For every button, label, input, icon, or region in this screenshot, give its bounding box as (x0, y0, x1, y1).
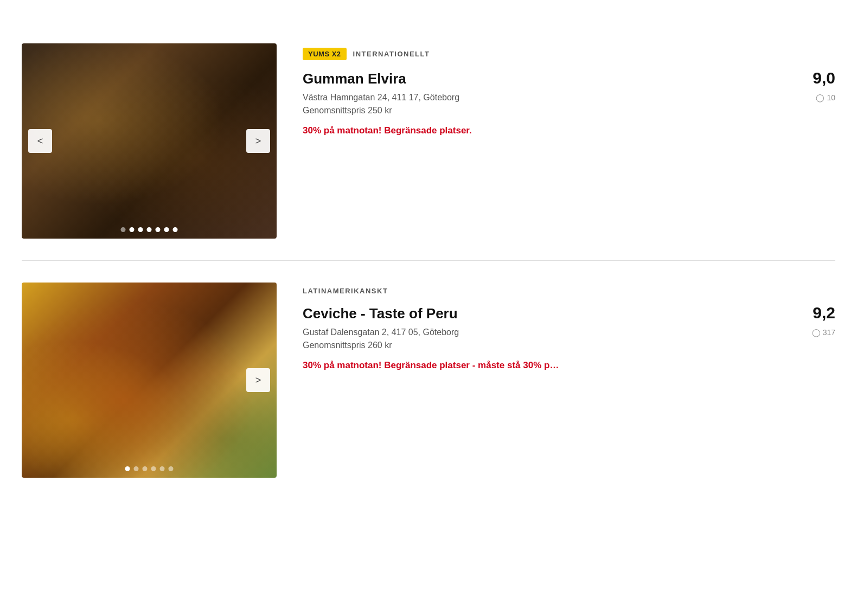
carousel-dots-ceviche-peru (125, 466, 174, 471)
rating-ceviche-peru: 9,2 (813, 304, 835, 322)
image-overlay-ceviche-peru (22, 283, 277, 478)
carousel-dot-gumman-elvira-1[interactable] (130, 227, 135, 232)
category-label-ceviche-peru: LATINAMERIKANSKT (303, 287, 388, 295)
restaurant-card-ceviche-peru: >LATINAMERIKANSKTCeviche - Taste of Peru… (22, 260, 835, 499)
promo-text-ceviche-peru: 30% på matnotan! Begränsade platser - må… (303, 360, 835, 371)
bubble-icon-gumman-elvira: ◯ (816, 93, 824, 102)
carousel-dot-gumman-elvira-0[interactable] (121, 227, 126, 232)
address-row-gumman-elvira: Västra Hamngatan 24, 411 17, Göteborg◯ 1… (303, 93, 835, 102)
carousel-dot-ceviche-peru-1[interactable] (134, 466, 139, 471)
info-area-gumman-elvira: YUMS X2INTERNATIONELLTGumman Elvira9,0Vä… (303, 43, 835, 136)
review-count-ceviche-peru: ◯ 317 (812, 328, 835, 337)
restaurant-card-gumman-elvira: <>YUMS X2INTERNATIONELLTGumman Elvira9,0… (22, 22, 835, 260)
review-count-gumman-elvira: ◯ 10 (816, 93, 835, 102)
carousel-dot-gumman-elvira-6[interactable] (173, 227, 178, 232)
carousel-next-ceviche-peru[interactable]: > (246, 368, 270, 392)
restaurant-image-gumman-elvira: <> (22, 43, 277, 239)
info-area-ceviche-peru: LATINAMERIKANSKTCeviche - Taste of Peru9… (303, 283, 835, 371)
tags-row-gumman-elvira: YUMS X2INTERNATIONELLT (303, 48, 835, 60)
carousel-dot-ceviche-peru-4[interactable] (160, 466, 165, 471)
carousel-dot-gumman-elvira-4[interactable] (156, 227, 161, 232)
carousel-dot-gumman-elvira-2[interactable] (138, 227, 143, 232)
rating-gumman-elvira: 9,0 (813, 69, 835, 87)
title-row-gumman-elvira: Gumman Elvira9,0 (303, 69, 835, 87)
promo-text-gumman-elvira: 30% på matnotan! Begränsade platser. (303, 125, 835, 136)
carousel-dot-ceviche-peru-0[interactable] (125, 466, 130, 471)
restaurant-name-ceviche-peru[interactable]: Ceviche - Taste of Peru (303, 305, 458, 322)
carousel-dot-gumman-elvira-3[interactable] (147, 227, 152, 232)
carousel-next-gumman-elvira[interactable]: > (246, 129, 270, 153)
tags-row-ceviche-peru: LATINAMERIKANSKT (303, 287, 835, 295)
address-row-ceviche-peru: Gustaf Dalensgatan 2, 417 05, Göteborg◯ … (303, 328, 835, 337)
address-ceviche-peru: Gustaf Dalensgatan 2, 417 05, Göteborg (303, 328, 459, 337)
title-row-ceviche-peru: Ceviche - Taste of Peru9,2 (303, 304, 835, 322)
carousel-dot-gumman-elvira-5[interactable] (164, 227, 169, 232)
carousel-dot-ceviche-peru-3[interactable] (151, 466, 156, 471)
restaurant-list: <>YUMS X2INTERNATIONELLTGumman Elvira9,0… (22, 22, 835, 499)
address-gumman-elvira: Västra Hamngatan 24, 411 17, Göteborg (303, 93, 459, 102)
restaurant-image-ceviche-peru: > (22, 283, 277, 478)
carousel-dots-gumman-elvira (121, 227, 178, 232)
restaurant-name-gumman-elvira[interactable]: Gumman Elvira (303, 70, 406, 87)
carousel-prev-gumman-elvira[interactable]: < (28, 129, 52, 153)
yums-badge-gumman-elvira: YUMS X2 (303, 48, 347, 60)
carousel-dot-ceviche-peru-5[interactable] (169, 466, 174, 471)
category-label-gumman-elvira: INTERNATIONELLT (353, 50, 430, 58)
carousel-dot-ceviche-peru-2[interactable] (143, 466, 148, 471)
avg-price-ceviche-peru: Genomsnittspris 260 kr (303, 341, 835, 350)
image-overlay-gumman-elvira (22, 43, 277, 239)
avg-price-gumman-elvira: Genomsnittspris 250 kr (303, 106, 835, 116)
page-container: <>YUMS X2INTERNATIONELLTGumman Elvira9,0… (0, 0, 857, 521)
bubble-icon-ceviche-peru: ◯ (812, 328, 821, 337)
